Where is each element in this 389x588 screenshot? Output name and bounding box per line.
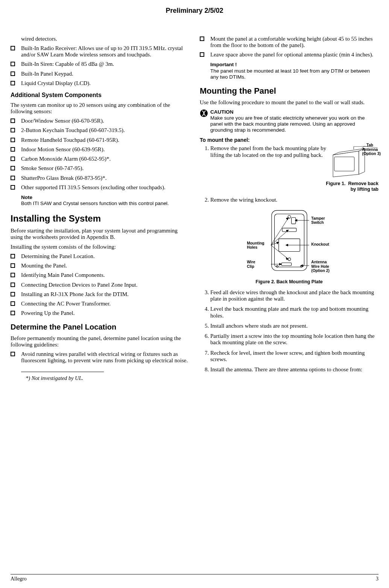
features-list: Built-In Radio Receiver: Allows use of u… <box>11 45 189 87</box>
footer-page-number: 3 <box>376 576 378 582</box>
mount-step-8: Install the antenna. There are three ant… <box>210 366 378 373</box>
determine-list: Avoid running wires parallel with electr… <box>11 351 189 364</box>
mounting-panel-heading: Mounting the Panel <box>200 86 378 96</box>
fig2-antenna-label: AntennaWire Hole(Option 2) <box>311 260 330 273</box>
svg-marker-16 <box>286 244 288 246</box>
determine-location-heading: Determine the Panel Location <box>11 323 189 331</box>
svg-marker-28 <box>279 263 281 265</box>
left-column: wired detectors. Built-In Radio Receiver… <box>11 36 189 384</box>
svg-marker-20 <box>277 242 279 244</box>
svg-marker-14 <box>295 219 297 222</box>
additional-intro: The system can monitor up to 20 sensors … <box>11 102 189 115</box>
guideline-item: Mount the panel at a comfortable working… <box>200 36 378 49</box>
mount-step-7: Recheck for level, insert the lower scre… <box>210 350 378 363</box>
fig1-antenna-label: Antenna (Option 3) <box>362 147 381 155</box>
svg-rect-8 <box>282 228 296 231</box>
install-steps-list: Determining the Panel Location. Mounting… <box>11 253 189 317</box>
mount-step-3: Feed all device wires through the knocko… <box>210 289 378 302</box>
svg-rect-10 <box>281 263 291 266</box>
mount-step-5: Install anchors where studs are not pres… <box>210 323 378 329</box>
install-step-item: Connecting Detection Devices to Panel Zo… <box>11 282 189 288</box>
feature-item: Built-In Radio Receiver: Allows use of u… <box>11 45 189 58</box>
svg-rect-5 <box>272 210 307 270</box>
svg-marker-1 <box>333 151 359 177</box>
feature-item: Liquid Crystal Display (LCD). <box>11 80 189 87</box>
mount-step-1: Remove the panel from the back mounting … <box>210 145 327 158</box>
install-p1: Before starting the installation, plan y… <box>11 228 189 241</box>
svg-line-23 <box>271 217 289 245</box>
installing-system-heading: Installing the System <box>11 213 189 224</box>
important-body: The panel must be mounted at least 10 fe… <box>210 68 370 80</box>
figure-1-caption: Figure 1. Remove back by lifting tab <box>200 181 378 192</box>
install-step-item: Powering Up the Panel. <box>11 310 189 316</box>
figure-2-caption: Figure 2. Back Mounting Plate <box>200 279 378 285</box>
wired-detectors-line: wired detectors. <box>21 36 189 42</box>
to-mount-heading: To mount the panel: <box>200 137 378 143</box>
page-footer: Allegro 3 <box>11 574 378 582</box>
fig1-tab-label: Tab <box>366 143 373 147</box>
figure-2: TamperSwitch Knockout AntennaWire Hole(O… <box>200 207 378 278</box>
footer-left: Allegro <box>11 576 27 582</box>
sensor-item: Smoke Sensor (60-747-95). <box>11 165 189 172</box>
fig2-tamper-label: TamperSwitch <box>311 216 325 225</box>
svg-rect-6 <box>274 214 304 267</box>
important-block: Important ! The panel must be mounted at… <box>210 62 378 80</box>
preliminary-header: Preliminary 2/5/02 <box>11 7 378 15</box>
sensor-item: Carbon Monoxide Alarm (60-652-95)*. <box>11 156 189 162</box>
note-body: Both ITI SAW and Crystal sensors functio… <box>21 201 169 206</box>
guideline-list-cont: Mount the panel at a comfortable working… <box>200 36 378 58</box>
right-column: Mount the panel at a comfortable working… <box>200 36 378 384</box>
install-p2: Installing the system consists of the fo… <box>11 244 189 250</box>
caution-block: CAUTION Make sure you are free of static… <box>200 109 378 134</box>
mount-step-6: Partially insert a screw into the top mo… <box>210 333 378 346</box>
sensor-item: ShatterPro Glass Break (60-873-95)*. <box>11 175 189 181</box>
install-step-item: Connecting the AC Power Transformer. <box>11 301 189 307</box>
mounting-intro: Use the following procedure to mount the… <box>200 99 378 106</box>
svg-marker-24 <box>286 217 289 220</box>
mount-step-4: Level the back mounting plate and mark t… <box>210 306 378 319</box>
sensor-item: Remote Handheld Touchpad (60-671-95R). <box>11 137 189 143</box>
mount-step-2: Remove the wiring knockout. <box>210 197 378 203</box>
determine-item: Avoid running wires parallel with electr… <box>11 351 189 364</box>
svg-line-21 <box>271 230 289 245</box>
caution-body: Make sure you are free of static electri… <box>210 115 365 133</box>
fig2-wireclip-label: WireClip <box>247 260 255 268</box>
footnote: *) Not investigated by UL. <box>26 375 189 381</box>
install-step-item: Mounting the Panel. <box>11 263 189 269</box>
note-label: Note <box>21 194 189 201</box>
sensor-item: Door/Window Sensor (60-670-95R). <box>11 118 189 124</box>
sensors-list: Door/Window Sensor (60-670-95R). 2-Butto… <box>11 118 189 191</box>
caution-label: CAUTION <box>210 109 378 115</box>
footnote-rule <box>21 372 104 372</box>
guideline-item: Leave space above the panel for optional… <box>200 52 378 58</box>
sensor-item: Other supported ITI 319.5 Sensors (exclu… <box>11 184 189 191</box>
important-label: Important ! <box>210 62 378 68</box>
additional-components-heading: Additional System Components <box>11 92 189 99</box>
install-step-item: Identifying Main Panel Components. <box>11 272 189 278</box>
svg-line-25 <box>271 245 289 259</box>
feature-item: Built-In Panel Keypad. <box>11 71 189 77</box>
install-step-item: Determining the Panel Location. <box>11 253 189 260</box>
determine-intro: Before permanently mounting the panel, d… <box>11 335 189 348</box>
sensor-item: 2-Button Keychain Touchpad (60-607-319.5… <box>11 127 189 134</box>
caution-icon <box>200 109 208 117</box>
feature-item: Built-In Siren: Capable of 85 dBa @ 3m. <box>11 61 189 67</box>
note-block: Note Both ITI SAW and Crystal sensors fu… <box>21 194 189 207</box>
figure-1: Tab Antenna (Option 3) <box>330 145 378 179</box>
fig2-mounting-label: MountingHoles <box>247 241 264 249</box>
install-step-item: Installing an RJ-31X Phone Jack for the … <box>11 291 189 298</box>
fig2-knockout-label: Knockout <box>311 242 329 246</box>
svg-marker-18 <box>301 264 303 267</box>
sensor-item: Indoor Motion Sensor (60-639-95R). <box>11 146 189 153</box>
svg-rect-7 <box>291 217 295 224</box>
